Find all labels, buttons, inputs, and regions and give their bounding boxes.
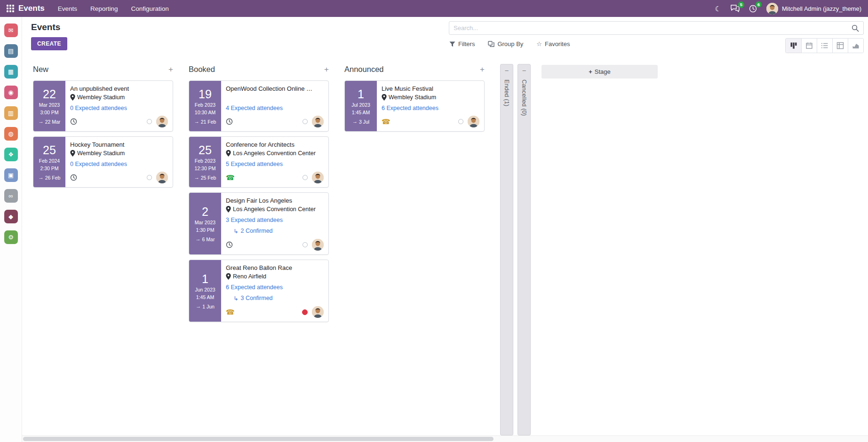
- add-record-icon[interactable]: +: [480, 65, 485, 73]
- menu-configuration[interactable]: Configuration: [131, 5, 169, 12]
- activity-icon-slot[interactable]: [70, 118, 77, 125]
- kanban-status-dot[interactable]: [303, 119, 308, 124]
- view-kanban-button[interactable]: [786, 39, 801, 53]
- assignee-avatar[interactable]: [312, 116, 324, 127]
- assignee-avatar[interactable]: [312, 239, 324, 251]
- kanban-card[interactable]: 22 Mar 2023 3:00 PM → 22 Mar An unpublis…: [33, 80, 173, 132]
- kanban-card[interactable]: 19 Feb 2023 10:30 AM → 21 Feb OpenWood C…: [189, 80, 329, 132]
- assignee-avatar[interactable]: [468, 116, 479, 127]
- event-end-date: 25 Feb: [201, 175, 216, 181]
- event-end-date: 1 Jun: [202, 304, 215, 309]
- group-by-button[interactable]: Group By: [488, 40, 523, 47]
- project-app-icon[interactable]: ▣: [4, 168, 18, 182]
- collapsed-column-cancelled[interactable]: –Cancelled (0): [518, 64, 531, 435]
- kanban-card[interactable]: 1 Jun 2023 1:45 AM → 1 Jun Great Reno Ba…: [189, 260, 329, 322]
- kanban-status-dot[interactable]: [147, 119, 152, 124]
- view-list-button[interactable]: [817, 39, 832, 53]
- event-date-badge: 2 Mar 2023 1:30 PM → 6 Mar: [189, 193, 221, 254]
- kanban-view-icon: [790, 42, 797, 49]
- event-day: 1: [202, 272, 208, 286]
- kanban-card[interactable]: 1 Jul 2023 1:45 AM → 3 Jul Live Music Fe…: [344, 80, 485, 132]
- expected-attendees-link[interactable]: 0 Expected attendees: [70, 161, 127, 167]
- assignee-avatar[interactable]: [312, 306, 324, 318]
- kanban-card[interactable]: 25 Feb 2024 2:30 PM → 26 Feb Hockey Tour…: [33, 136, 173, 188]
- event-location-text: Wembley Stadium: [77, 94, 125, 102]
- favorites-button[interactable]: ☆ Favorites: [536, 40, 570, 47]
- kanban-column-header[interactable]: Announced +: [344, 65, 485, 74]
- add-stage-button[interactable]: + Stage: [542, 65, 658, 79]
- expected-attendees-link[interactable]: 3 Expected attendees: [226, 217, 283, 223]
- settings-app-icon[interactable]: ⚙: [4, 230, 18, 244]
- dark-mode-moon-icon[interactable]: ☾: [715, 5, 721, 12]
- assignee-avatar[interactable]: [156, 172, 168, 183]
- activity-icon-slot[interactable]: ☎: [226, 308, 235, 316]
- app-name[interactable]: Events: [18, 4, 45, 13]
- dashboards-app-icon[interactable]: ▦: [4, 65, 18, 79]
- website-app-icon[interactable]: ◍: [4, 127, 18, 141]
- event-title: Hockey Tournament: [70, 141, 168, 148]
- filter-funnel-icon: [449, 41, 455, 47]
- confirmed-attendees-link[interactable]: ↳ 3 Confirmed: [233, 295, 273, 302]
- user-avatar: [766, 3, 778, 15]
- assignee-avatar[interactable]: [312, 172, 324, 183]
- kanban-status-dot[interactable]: [303, 242, 308, 247]
- unfold-icon[interactable]: –: [522, 66, 526, 75]
- collapsed-column-ended[interactable]: –Ended (1): [500, 64, 513, 435]
- sales-app-icon[interactable]: ❖: [4, 148, 18, 161]
- expected-attendees-link[interactable]: 6 Expected attendees: [226, 284, 283, 291]
- add-record-icon[interactable]: +: [324, 65, 329, 73]
- confirmed-attendees-link[interactable]: ↳ 2 Confirmed: [233, 228, 273, 235]
- kanban-card[interactable]: 25 Feb 2023 12:30 PM → 25 Feb Conference…: [189, 136, 329, 188]
- event-end: → 25 Feb: [194, 175, 216, 181]
- add-record-icon[interactable]: +: [168, 65, 173, 73]
- kanban-status-dot[interactable]: [303, 175, 308, 180]
- main-content: Events CREATE Filters Group By ☆ Favorit…: [22, 17, 868, 442]
- event-card-content: Live Music Festival Wembley Stadium 6 Ex…: [377, 81, 484, 131]
- search-bar[interactable]: [449, 21, 864, 35]
- expected-attendees-link[interactable]: 4 Expected attendees: [226, 105, 283, 111]
- create-button[interactable]: CREATE: [31, 37, 67, 50]
- event-title: Design Fair Los Angeles: [226, 197, 324, 204]
- activity-icon-slot[interactable]: [226, 241, 233, 248]
- menu-reporting[interactable]: Reporting: [90, 5, 118, 12]
- activities-button[interactable]: 6: [749, 5, 757, 13]
- event-day: 25: [199, 143, 212, 157]
- crm-app-icon[interactable]: ◉: [4, 86, 18, 99]
- activity-icon-slot[interactable]: ☎: [226, 174, 235, 181]
- calendar-view-icon: [805, 42, 813, 49]
- kanban-status-dot[interactable]: [302, 309, 308, 315]
- user-menu[interactable]: Mitchell Admin (jazzy_theme): [766, 3, 861, 15]
- link-tracker-app-icon[interactable]: ∞: [4, 189, 18, 203]
- event-end: → 26 Feb: [39, 175, 61, 181]
- view-graph-button[interactable]: [848, 39, 863, 53]
- messages-button[interactable]: 5: [731, 5, 740, 12]
- activity-icon-slot[interactable]: [70, 174, 77, 181]
- contacts-app-icon[interactable]: ▤: [4, 44, 18, 58]
- kanban-column-header[interactable]: Booked +: [189, 65, 329, 74]
- expected-attendees-link[interactable]: 0 Expected attendees: [70, 105, 127, 111]
- discuss-app-icon[interactable]: ✉: [4, 24, 18, 37]
- expected-attendees-link[interactable]: 5 Expected attendees: [226, 161, 283, 167]
- search-icon[interactable]: [852, 24, 859, 32]
- activity-icon-slot[interactable]: [226, 118, 233, 125]
- documents-app-icon[interactable]: ▥: [4, 106, 18, 120]
- kanban-column-header[interactable]: New +: [33, 65, 173, 74]
- expected-attendees-link[interactable]: 6 Expected attendees: [382, 105, 438, 111]
- website-app-glyph: ◍: [8, 130, 13, 137]
- view-pivot-button[interactable]: [832, 39, 848, 53]
- scrollbar-thumb[interactable]: [23, 437, 494, 441]
- search-input[interactable]: [454, 24, 849, 32]
- activity-icon-slot[interactable]: ☎: [382, 118, 390, 125]
- marketing-app-icon[interactable]: ◆: [4, 210, 18, 223]
- event-day: 19: [199, 87, 212, 101]
- assignee-avatar[interactable]: [156, 116, 168, 127]
- kanban-status-dot[interactable]: [458, 119, 463, 124]
- menu-events[interactable]: Events: [58, 5, 77, 12]
- unfold-icon[interactable]: –: [505, 66, 508, 75]
- filters-button[interactable]: Filters: [449, 40, 475, 47]
- apps-menu-icon[interactable]: [7, 5, 14, 12]
- kanban-card[interactable]: 2 Mar 2023 1:30 PM → 6 Mar Design Fair L…: [189, 192, 329, 255]
- view-calendar-button[interactable]: [801, 39, 817, 53]
- event-location: Wembley Stadium: [382, 94, 479, 102]
- kanban-status-dot[interactable]: [147, 175, 152, 180]
